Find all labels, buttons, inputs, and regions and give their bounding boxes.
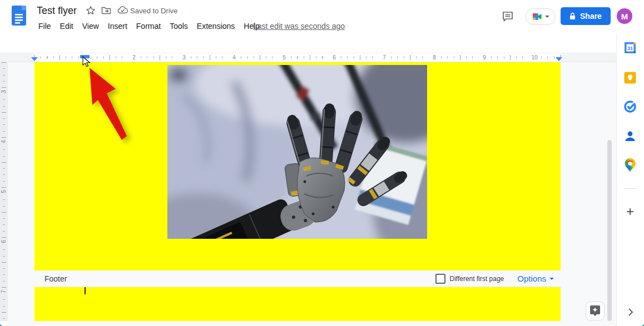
- get-add-ons-button[interactable]: +: [623, 205, 637, 218]
- move-to-folder-icon[interactable]: [101, 6, 111, 15]
- menu-bar: File Edit View Insert Format Tools Exten…: [34, 20, 264, 32]
- text-cursor: [85, 287, 86, 294]
- menu-tools[interactable]: Tools: [165, 20, 192, 32]
- maps-icon[interactable]: [623, 158, 637, 172]
- last-edit-link[interactable]: Last edit was seconds ago: [253, 22, 345, 31]
- saved-status: Saved to Drive: [130, 7, 177, 15]
- vertical-ruler-number: 3: [0, 88, 8, 96]
- menu-insert[interactable]: Insert: [103, 20, 132, 32]
- meet-icon: [532, 12, 543, 21]
- header: Test flyer Saved to Drive File Edit View…: [0, 0, 644, 33]
- lock-icon: [569, 12, 576, 20]
- ruler-right-margin-zone[interactable]: [561, 53, 616, 62]
- footer-options-label: Options: [517, 274, 546, 283]
- footer-bar: Footer Different first page Options: [34, 270, 561, 287]
- avatar[interactable]: M: [617, 8, 632, 24]
- cloud-saved-icon[interactable]: [117, 6, 128, 14]
- ruler-number: 10: [529, 54, 540, 61]
- menu-view[interactable]: View: [78, 20, 103, 32]
- footer-label: Footer: [44, 274, 67, 283]
- right-indent-marker[interactable]: [556, 57, 562, 61]
- menu-file[interactable]: File: [34, 20, 56, 32]
- star-icon[interactable]: [86, 6, 96, 16]
- docs-logo-icon[interactable]: [11, 5, 27, 26]
- mouse-cursor: [82, 56, 91, 68]
- menu-extensions[interactable]: Extensions: [192, 20, 239, 32]
- hide-side-panel-button[interactable]: [624, 305, 637, 319]
- vertical-ruler-number: 5: [0, 188, 8, 195]
- menu-edit[interactable]: Edit: [56, 20, 78, 32]
- ruler-number: 7: [379, 54, 390, 61]
- contacts-icon[interactable]: [623, 129, 637, 143]
- menu-format[interactable]: Format: [132, 20, 165, 32]
- ruler-number: 8: [429, 54, 440, 61]
- chevron-right-icon: [628, 308, 633, 317]
- vertical-ruler-number: 7: [0, 288, 8, 295]
- svg-text:31: 31: [627, 46, 633, 51]
- different-first-page-checkbox[interactable]: [435, 274, 445, 284]
- document-title[interactable]: Test flyer: [37, 5, 77, 17]
- tasks-icon[interactable]: [623, 100, 637, 113]
- vertical-ruler-number: 4: [0, 138, 8, 146]
- comment-history-icon[interactable]: [502, 11, 514, 23]
- ruler-number: 5: [279, 54, 290, 61]
- share-label: Share: [580, 12, 602, 21]
- ruler-number: 6: [329, 54, 340, 61]
- plus-icon: +: [626, 206, 634, 217]
- calendar-icon[interactable]: 31: [623, 41, 637, 54]
- share-button[interactable]: Share: [561, 7, 611, 25]
- left-indent-marker[interactable]: [31, 57, 38, 61]
- meet-call-button[interactable]: [526, 8, 556, 25]
- ruler-number: 4: [229, 54, 240, 61]
- chevron-down-icon: [545, 16, 549, 18]
- footer-options-dropdown[interactable]: Options: [517, 274, 554, 283]
- side-panel-divider: [623, 188, 637, 189]
- different-first-page-label[interactable]: Different first page: [449, 275, 504, 283]
- ruler-number: 9: [479, 54, 490, 61]
- explore-icon: [589, 305, 601, 317]
- options-dropdown-icon: [549, 278, 554, 280]
- vertical-scrollbar[interactable]: [607, 140, 612, 321]
- toolbar: 100% Normal text Arial 11 B I U A: [0, 33, 616, 53]
- vertical-ruler-number: 6: [0, 238, 8, 245]
- keep-icon[interactable]: [623, 71, 637, 84]
- annotation-arrow: [72, 53, 150, 156]
- ruler-number: 3: [179, 54, 190, 61]
- document-image[interactable]: [167, 65, 427, 239]
- explore-button[interactable]: [586, 302, 605, 320]
- ruler-left-margin-zone[interactable]: [0, 53, 34, 62]
